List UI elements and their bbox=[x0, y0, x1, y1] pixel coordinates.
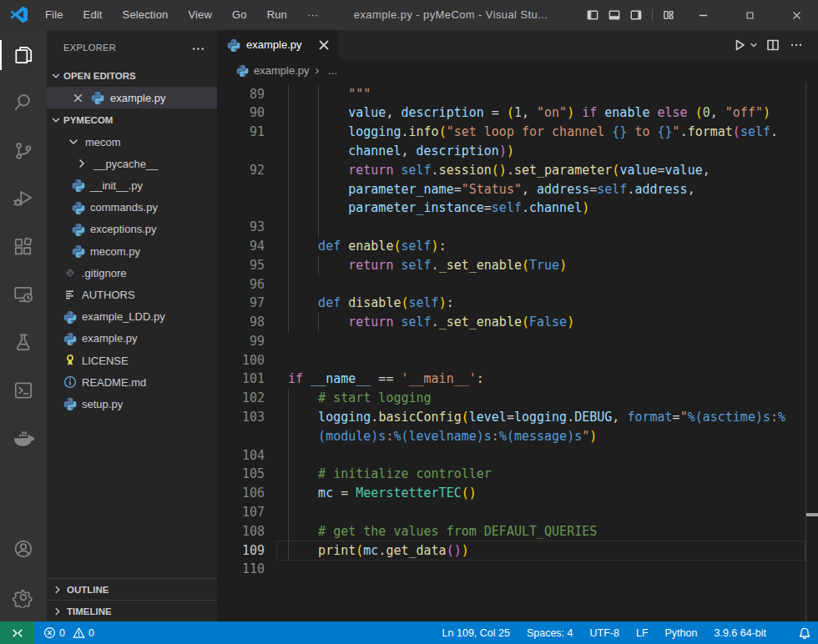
breadcrumb-more[interactable]: ... bbox=[328, 64, 337, 77]
status-language-mode[interactable]: Python bbox=[657, 627, 706, 639]
layout-customize-icon[interactable] bbox=[663, 9, 674, 21]
layout-panel-icon[interactable] bbox=[608, 9, 620, 21]
tree-item-readme-md[interactable]: README.md bbox=[47, 371, 217, 393]
tree-item-gitignore[interactable]: .gitignore bbox=[47, 262, 217, 284]
code-line-102[interactable]: 102 # start logging bbox=[217, 389, 805, 408]
git-icon bbox=[63, 266, 77, 279]
notifications-bell-icon[interactable] bbox=[798, 621, 811, 644]
code-line-93[interactable]: 93 bbox=[217, 218, 805, 237]
status-eol[interactable]: LF bbox=[628, 627, 657, 639]
status-indentation[interactable]: Spaces: 4 bbox=[518, 627, 582, 639]
breadcrumb[interactable]: example.py › ... bbox=[217, 59, 818, 82]
layout-sidebar-left-icon[interactable] bbox=[587, 9, 598, 21]
tree-item-init-py[interactable]: __init__.py bbox=[47, 174, 217, 196]
tree-item-label: LICENSE bbox=[82, 355, 129, 367]
tab-example-py[interactable]: example.py bbox=[217, 30, 338, 59]
activity-testing[interactable] bbox=[0, 322, 47, 362]
chevron-down-button[interactable] bbox=[748, 35, 760, 55]
activity-docker[interactable] bbox=[0, 418, 47, 458]
warning-icon bbox=[73, 626, 85, 639]
line-number: 105 bbox=[217, 465, 265, 484]
status-python-interpreter[interactable]: 3.9.6 64-bit bbox=[705, 627, 775, 639]
sidebar-more-actions-button[interactable] bbox=[191, 34, 205, 63]
code-line-97[interactable]: 97 def disable(self): bbox=[217, 294, 805, 313]
code-line-wrap[interactable]: parameter_instance=self.channel) bbox=[217, 199, 805, 218]
code-line-103[interactable]: 103 logging.basicConfig(level=logging.DE… bbox=[217, 408, 805, 427]
python-icon bbox=[72, 223, 85, 236]
code-line-wrap[interactable]: (module)s:%(levelname)s:%(message)s") bbox=[217, 427, 805, 446]
activity-extensions[interactable] bbox=[0, 227, 47, 267]
code-line-90[interactable]: 90 value, description = (1, "on") if ena… bbox=[217, 103, 805, 123]
code-line-wrap[interactable]: parameter_name="Status", address=self.ad… bbox=[217, 180, 805, 199]
activity-explorer[interactable] bbox=[0, 35, 47, 75]
tree-item-setup-py[interactable]: setup.py bbox=[47, 393, 217, 415]
code-line-98[interactable]: 98 return self._set_enable(False) bbox=[217, 313, 805, 332]
breadcrumb-file[interactable]: example.py bbox=[254, 64, 309, 77]
layout-sidebar-right-icon[interactable] bbox=[630, 9, 642, 21]
run-python-file-button[interactable] bbox=[730, 35, 750, 55]
tree-item-pycache[interactable]: __pycache__ bbox=[47, 153, 217, 174]
status-encoding[interactable]: UTF-8 bbox=[582, 627, 628, 639]
text-file-icon bbox=[63, 288, 77, 301]
activity-remote-explorer[interactable] bbox=[0, 274, 47, 314]
code-line-108[interactable]: 108 # get the values from DEFAULT_QUERIE… bbox=[217, 522, 805, 541]
close-editor-icon[interactable] bbox=[72, 92, 84, 104]
tree-item-authors[interactable]: AUTHORS bbox=[47, 284, 217, 305]
code-line-92[interactable]: 92 return self.session().set_parameter(v… bbox=[217, 161, 805, 180]
code-line-100[interactable]: 100 bbox=[217, 351, 805, 370]
code-line-wrap[interactable]: channel, description)) bbox=[217, 142, 805, 161]
activity-search[interactable] bbox=[0, 83, 47, 123]
code-line-101[interactable]: 101if __name__ == '__main__': bbox=[217, 370, 805, 389]
tree-item-mecom[interactable]: mecom bbox=[47, 131, 217, 153]
menu-selection[interactable]: Selection bbox=[113, 0, 179, 30]
code-line-96[interactable]: 96 bbox=[217, 275, 805, 294]
code-line-106[interactable]: 106 mc = MeerstetterTEC() bbox=[217, 484, 805, 503]
activity-settings[interactable] bbox=[0, 577, 47, 617]
menu-file[interactable]: File bbox=[35, 0, 73, 30]
menu-go[interactable]: Go bbox=[222, 0, 257, 30]
code-line-110[interactable]: 110 bbox=[217, 560, 805, 579]
activity-source-control[interactable] bbox=[0, 131, 47, 171]
code-text: return self._set_enable(False) bbox=[288, 313, 574, 332]
tree-item-exceptions-py[interactable]: exceptions.py bbox=[47, 219, 217, 240]
tab-close-icon[interactable] bbox=[316, 38, 331, 53]
remote-indicator[interactable] bbox=[0, 621, 34, 644]
tree-item-example-py[interactable]: example.py bbox=[47, 328, 217, 350]
ellipsis-button[interactable] bbox=[786, 35, 806, 55]
section-outline[interactable]: OUTLINE bbox=[47, 578, 217, 600]
problems-indicator[interactable]: 0 0 bbox=[43, 626, 98, 639]
status-cursor-position[interactable]: Ln 109, Col 25 bbox=[434, 627, 518, 639]
activity-accounts[interactable] bbox=[0, 529, 47, 569]
tree-item-license[interactable]: LICENSE bbox=[47, 350, 217, 371]
code-line-109[interactable]: 109 print(mc.get_data()) bbox=[217, 541, 805, 561]
code-line-89[interactable]: 89 """ bbox=[217, 85, 805, 104]
code-line-94[interactable]: 94 def enable(self): bbox=[217, 237, 805, 256]
section-timeline[interactable]: TIMELINE bbox=[47, 600, 217, 621]
code-line-99[interactable]: 99 bbox=[217, 332, 805, 351]
code-line-91[interactable]: 91 logging.info("set loop for channel {}… bbox=[217, 123, 805, 142]
code-text: # get the values from DEFAULT_QUERIES bbox=[288, 522, 597, 541]
code-line-107[interactable]: 107 bbox=[217, 503, 805, 522]
split-editor-button[interactable] bbox=[763, 35, 783, 55]
line-number: 96 bbox=[217, 275, 265, 294]
activity-run-debug[interactable] bbox=[0, 179, 47, 219]
section-open-editors[interactable]: OPEN EDITORS bbox=[47, 65, 217, 87]
code-line-95[interactable]: 95 return self._set_enable(True) bbox=[217, 256, 805, 275]
close-button[interactable] bbox=[773, 0, 818, 30]
open-editor-example-py[interactable]: example.py bbox=[47, 87, 217, 108]
maximize-button[interactable] bbox=[726, 0, 773, 30]
tree-item-label: exceptions.py bbox=[90, 223, 157, 235]
tree-item-mecom-py[interactable]: mecom.py bbox=[47, 240, 217, 262]
code-line-104[interactable]: 104 bbox=[217, 446, 805, 465]
code-text: return self.session().set_parameter(valu… bbox=[288, 161, 710, 180]
activity-terminal-tool[interactable] bbox=[0, 370, 47, 410]
code-editor[interactable]: 89 """90 value, description = (1, "on") … bbox=[217, 82, 818, 621]
tree-item-example-ldd-py[interactable]: example_LDD.py bbox=[47, 306, 217, 328]
section-pymecom[interactable]: PYMECOM bbox=[47, 109, 217, 131]
minimize-button[interactable] bbox=[679, 0, 726, 30]
code-line-105[interactable]: 105 # initialize controller bbox=[217, 465, 805, 484]
menu-edit[interactable]: Edit bbox=[73, 0, 113, 30]
tree-item-commands-py[interactable]: commands.py bbox=[47, 197, 217, 219]
tree-item-label: AUTHORS bbox=[82, 289, 135, 301]
menu-view[interactable]: View bbox=[178, 0, 222, 30]
